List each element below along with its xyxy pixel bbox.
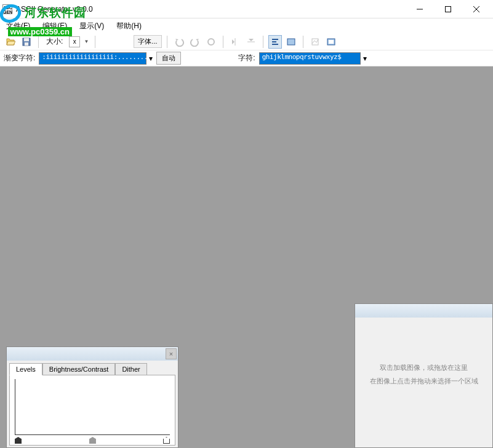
minimize-button[interactable] xyxy=(406,0,434,18)
image-drop-zone[interactable]: 双击加载图像，或拖放在这里 在图像上点击并拖动来选择一个区域 xyxy=(355,318,492,388)
window-titlebar: ASCGEN ASCII Generator v2.0.0 xyxy=(0,0,493,18)
redo-icon[interactable] xyxy=(188,35,202,49)
refresh-icon[interactable] xyxy=(204,35,218,49)
levels-panel-header[interactable]: × xyxy=(7,347,178,361)
svg-point-7 xyxy=(208,39,214,45)
menu-help[interactable]: 帮助(H) xyxy=(114,20,144,33)
gradient-char-input[interactable]: :iiiiiiiiiiiiiiiiii:..........., xyxy=(39,52,146,65)
levels-panel-icon[interactable] xyxy=(308,35,322,49)
save-file-icon[interactable] xyxy=(20,35,33,49)
window-title: ASCII Generator v2.0.0 xyxy=(16,5,406,14)
gradient-dropdown-icon[interactable]: ▾ xyxy=(149,54,153,63)
undo-icon[interactable] xyxy=(172,35,186,49)
flip-vertical-icon[interactable] xyxy=(244,35,258,49)
app-icon: ASCGEN xyxy=(2,4,12,14)
svg-rect-13 xyxy=(287,39,295,45)
toolbar-separator xyxy=(95,36,95,48)
levels-slider-track[interactable] xyxy=(15,436,170,444)
image-panel-header[interactable] xyxy=(355,304,492,318)
svg-rect-5 xyxy=(24,38,29,41)
char-dropdown-icon[interactable]: ▾ xyxy=(363,54,367,63)
toolbar-separator xyxy=(303,36,303,48)
align-full-icon[interactable] xyxy=(284,35,298,49)
size-dropdown-icon[interactable]: ▼ xyxy=(82,39,90,44)
drop-hint-1: 双击加载图像，或拖放在这里 xyxy=(363,361,485,374)
menu-edit[interactable]: 编辑(E) xyxy=(40,20,70,33)
close-icon[interactable]: × xyxy=(166,348,177,359)
tab-brightness-contrast[interactable]: Brightness/Contrast xyxy=(42,363,116,375)
svg-rect-6 xyxy=(25,42,28,46)
drop-hint-2: 在图像上点击并拖动来选择一个区域 xyxy=(363,374,485,388)
menu-view[interactable]: 显示(V) xyxy=(77,20,106,33)
char-input[interactable]: ghijklmnopqrstuvwxyz$ xyxy=(259,52,361,65)
size-value[interactable]: x xyxy=(69,36,80,47)
secondary-toolbar: 渐变字符: :iiiiiiiiiiiiiiiiii:..........., ▾… xyxy=(0,50,493,66)
toolbar-separator xyxy=(263,36,263,48)
size-label: 大小: xyxy=(46,36,63,47)
svg-rect-1 xyxy=(446,6,451,12)
svg-rect-16 xyxy=(329,40,334,44)
svg-rect-14 xyxy=(312,39,318,45)
levels-panel: × Levels Brightness/Contrast Dither xyxy=(6,346,178,448)
toolbar: 大小: x ▼ 字体... xyxy=(0,33,493,50)
toolbar-separator xyxy=(167,36,167,48)
font-button[interactable]: 字体... xyxy=(134,35,161,48)
levels-tabs: Levels Brightness/Contrast Dither xyxy=(7,361,178,375)
image-panel: 双击加载图像，或拖放在这里 在图像上点击并拖动来选择一个区域 xyxy=(355,303,493,448)
menubar: 文件(F) 编辑(E) 显示(V) 帮助(H) xyxy=(0,18,493,33)
close-button[interactable] xyxy=(462,0,491,18)
window-controls xyxy=(406,0,491,18)
tab-levels[interactable]: Levels xyxy=(9,363,42,375)
histogram-graph xyxy=(15,379,170,435)
align-left-icon[interactable] xyxy=(268,35,282,49)
maximize-button[interactable] xyxy=(434,0,462,18)
tab-dither[interactable]: Dither xyxy=(115,363,146,375)
levels-gray-point-handle[interactable] xyxy=(89,437,96,444)
toolbar-separator xyxy=(223,36,223,48)
levels-white-point-handle[interactable] xyxy=(163,437,170,444)
menu-file[interactable]: 文件(F) xyxy=(4,20,33,33)
toolbar-separator xyxy=(38,36,39,48)
levels-graph-area xyxy=(9,375,175,446)
flip-horizontal-icon[interactable] xyxy=(228,35,242,49)
gradient-label: 渐变字符: xyxy=(4,53,35,63)
levels-black-point-handle[interactable] xyxy=(15,437,22,444)
auto-button[interactable]: 自动 xyxy=(156,52,181,65)
open-file-icon[interactable] xyxy=(4,35,17,49)
main-canvas-area[interactable]: × Levels Brightness/Contrast Dither 双击加载… xyxy=(0,66,493,448)
char-label: 字符: xyxy=(238,53,255,63)
image-panel-icon[interactable] xyxy=(324,35,338,49)
